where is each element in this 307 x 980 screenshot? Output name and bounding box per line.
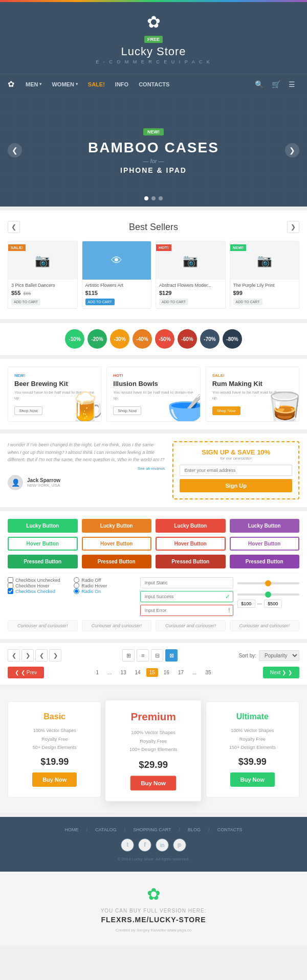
footer-link-contacts[interactable]: CONTACTS [217,827,243,832]
see-all-reviews[interactable]: See all reviews [8,466,165,471]
price-max-input[interactable] [264,600,282,608]
social-twitter[interactable]: 𝕥 [121,838,134,852]
radio-input-2[interactable] [74,583,79,588]
discount-badge-1[interactable]: -10% [65,329,84,349]
bottom-url[interactable]: FLEXRS.ME/LUCKY-STORE [8,916,299,924]
nav-label-women: WOMEN [52,81,74,87]
pressed-btn-purple[interactable]: Pressed Button [230,555,300,568]
checkbox-input-3[interactable] [8,588,13,594]
view-list-btn[interactable]: ≡ [137,649,149,662]
hero-next-btn[interactable]: ❯ [285,143,299,157]
footer-link-blog[interactable]: BLOG [188,827,201,832]
nav-item-info[interactable]: INFO [110,74,134,95]
nav-item-men[interactable]: MEN ▾ [20,74,47,95]
input-error[interactable] [140,605,233,616]
search-icon[interactable]: 🔍 [251,80,268,88]
signup-button[interactable]: Sign Up [180,479,292,492]
next-page-btn[interactable]: Next ❯ ❯ [263,667,299,678]
hero-dot-1[interactable] [144,196,148,200]
pressed-btn-green[interactable]: Pressed Button [8,555,78,568]
input-success[interactable] [140,591,233,602]
add-to-cart-4[interactable]: ADD TO CART [233,299,262,305]
radio-input-1[interactable] [74,577,79,583]
add-to-cart-2[interactable]: ADD TO CART [85,299,115,305]
nav-arrow-right2[interactable]: ❯ [49,649,61,662]
product-badge-4: NEW! [230,244,246,251]
input-static[interactable] [140,577,233,588]
page-17[interactable]: 17 [175,668,187,677]
checkbox-input-1[interactable] [8,577,13,583]
cart-icon[interactable]: 🛒 [268,80,284,88]
featured-btn-3[interactable]: Shop Now [212,406,240,415]
prev-page-btn[interactable]: ❮ ❮ Prev [8,667,44,678]
lucky-btn-orange[interactable]: Lucky Button [82,519,152,533]
pressed-btn-red[interactable]: Pressed Button [156,555,226,568]
discount-badge-3[interactable]: -30% [110,329,129,349]
hero-dot-2[interactable] [151,196,156,200]
discount-badge-4[interactable]: -40% [133,329,152,349]
featured-grid: NEW! Beer Brewing Kit You would have to … [8,367,299,422]
nav-item-sale[interactable]: SALE! [83,74,110,95]
page-15[interactable]: 15 [146,668,158,677]
buy-premium-btn[interactable]: Buy Now [130,776,177,790]
page-16[interactable]: 16 [161,668,172,677]
lucky-btn-green[interactable]: Lucky Button [8,519,78,533]
featured-title-3: Rum Making Kit [212,380,293,388]
featured-title-1: Beer Brewing Kit [14,380,95,388]
page-35[interactable]: 35 [202,668,214,677]
footer-link-cart[interactable]: SHOPPING CART [133,827,171,832]
hover-btn-green[interactable]: Hover Button [8,537,78,551]
lucky-btn-purple[interactable]: Lucky Button [230,519,300,533]
pressed-btn-orange[interactable]: Pressed Button [82,555,152,568]
nav-arrow-right1[interactable]: ❯ [21,649,34,662]
hero-prev-btn[interactable]: ❮ [8,143,22,157]
price-min-input[interactable] [237,600,255,608]
page-1[interactable]: 1 [93,668,102,677]
featured-btn-1[interactable]: Shop Now [14,406,42,415]
discount-badge-8[interactable]: -80% [223,329,242,349]
radio-input-3[interactable] [74,588,79,594]
page-14[interactable]: 14 [132,668,144,677]
tooltip-3: Curiouser and curiouser! [156,620,226,631]
lucky-btn-red[interactable]: Lucky Button [156,519,226,533]
discount-badge-6[interactable]: -60% [178,329,197,349]
range-slider-2[interactable] [237,594,299,596]
featured-bg-icon-2: 🥣 [167,390,201,422]
best-sellers-next-btn[interactable]: ❯ [287,221,299,233]
discount-badge-5[interactable]: -50% [155,329,174,349]
hover-btn-purple[interactable]: Hover Button [230,537,300,551]
buy-ultimate-btn[interactable]: Buy Now [230,772,275,787]
product-name-2: Artistic Flowers Art [85,283,148,288]
add-to-cart-1[interactable]: ADD TO CART [11,299,40,305]
footer-sep-4: / [208,827,210,832]
checkbox-input-2[interactable] [8,583,13,588]
add-to-cart-3[interactable]: ADD TO CART [159,299,188,305]
newsletter-email-input[interactable] [180,465,292,476]
discount-badge-2[interactable]: -20% [87,329,107,349]
discount-badge-7[interactable]: -70% [200,329,220,349]
social-linkedin[interactable]: in [156,838,169,852]
range-slider-1[interactable] [237,582,299,584]
view-large-btn[interactable]: ⊠ [165,649,178,662]
view-medium-btn[interactable]: ⊟ [151,649,163,662]
hover-btn-red[interactable]: Hover Button [156,537,226,551]
nav-item-contacts[interactable]: CONTACTS [134,74,174,95]
social-facebook[interactable]: 𝕗 [138,838,151,852]
nav-item-women[interactable]: WOMEN ▾ [47,74,82,95]
featured-btn-2[interactable]: Shop Now [113,406,141,415]
success-icon: ✓ [225,593,230,600]
footer-link-home[interactable]: HOME [65,827,79,832]
hover-btn-orange[interactable]: Hover Button [82,537,152,551]
buy-basic-btn[interactable]: Buy Now [32,772,77,787]
menu-icon[interactable]: ☰ [284,80,299,88]
social-pinterest[interactable]: 𝕡 [173,838,186,852]
pricing-price-ultimate: $39.99 [214,757,291,767]
page-13[interactable]: 13 [117,668,129,677]
hero-dot-3[interactable] [159,196,163,200]
footer-link-catalog[interactable]: CATALOG [95,827,117,832]
view-grid-btn[interactable]: ⊞ [122,649,135,662]
best-sellers-prev-btn[interactable]: ❮ [8,221,20,233]
nav-arrow-left2[interactable]: ❮ [35,649,48,662]
nav-arrow-left1[interactable]: ❮ [8,649,20,662]
sort-select[interactable]: Popularity Price Name [259,650,299,661]
